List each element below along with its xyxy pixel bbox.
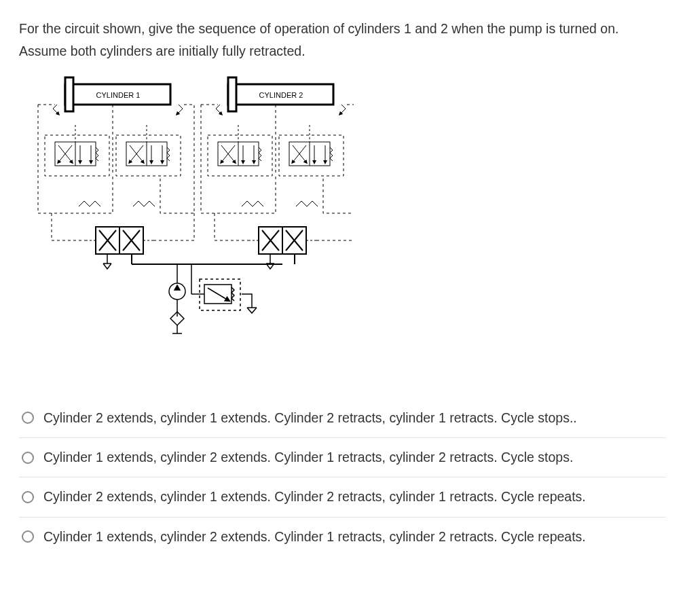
radio-icon [22,452,34,464]
option-3[interactable]: Cylinder 2 extends, cylinder 1 extends. … [19,477,666,517]
cylinder-2-label: CYLINDER 2 [259,91,303,99]
question-line-2: Assume both cylinders are initially full… [19,41,666,61]
svg-rect-1 [65,77,73,111]
cylinder-1-label: CYLINDER 1 [96,91,141,99]
question-text: For the circuit shown, give the sequence… [19,19,666,62]
option-2[interactable]: Cylinder 1 extends, cylinder 2 extends. … [19,438,666,477]
radio-icon [22,491,34,503]
circuit-diagram: CYLINDER 1 [31,74,666,351]
option-1[interactable]: Cylinder 2 extends, cylinder 1 extends. … [19,399,666,438]
radio-icon [22,412,34,424]
svg-rect-23 [228,77,236,111]
question-line-1: For the circuit shown, give the sequence… [19,19,666,39]
option-2-label: Cylinder 1 extends, cylinder 2 extends. … [43,448,663,467]
option-3-label: Cylinder 2 extends, cylinder 1 extends. … [43,487,663,507]
option-4[interactable]: Cylinder 1 extends, cylinder 2 extends. … [19,518,666,556]
hydraulic-schematic-svg: CYLINDER 1 [31,74,354,346]
option-4-label: Cylinder 1 extends, cylinder 2 extends. … [43,527,663,547]
radio-icon [22,530,34,543]
option-1-label: Cylinder 2 extends, cylinder 1 extends. … [43,408,663,428]
answer-options: Cylinder 2 extends, cylinder 1 extends. … [19,399,666,556]
